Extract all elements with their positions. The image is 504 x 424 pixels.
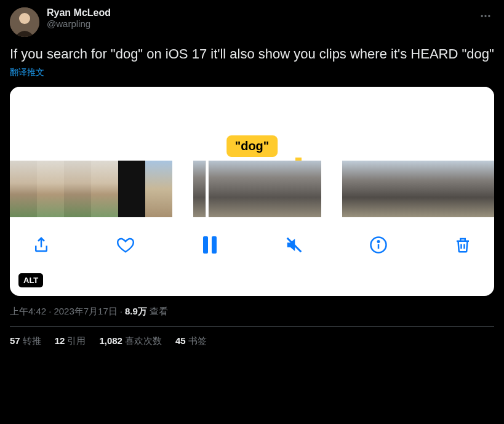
timeline-frame bbox=[289, 161, 321, 217]
user-handle[interactable]: @warpling bbox=[47, 18, 477, 29]
translate-link[interactable]: 翻译推文 bbox=[10, 67, 494, 78]
tweet-date[interactable]: 2023年7月17日 bbox=[54, 306, 117, 316]
retweets-stat[interactable]: 57转推 bbox=[10, 335, 41, 347]
avatar[interactable] bbox=[10, 7, 39, 37]
like-button[interactable] bbox=[115, 234, 136, 255]
quotes-count: 12 bbox=[55, 335, 65, 346]
svg-point-4 bbox=[488, 15, 490, 17]
timeline-frame bbox=[225, 161, 257, 217]
tweet-header: Ryan McLeod @warpling bbox=[10, 7, 494, 37]
views-label: 查看 bbox=[150, 306, 168, 316]
timeline-frame bbox=[342, 161, 370, 217]
timeline-frame bbox=[118, 161, 145, 217]
timeline-frame bbox=[427, 161, 455, 217]
pause-button[interactable] bbox=[199, 234, 220, 255]
likes-label: 喜欢次数 bbox=[125, 335, 162, 346]
timeline-frame bbox=[64, 161, 91, 217]
timeline-frame bbox=[257, 161, 289, 217]
quotes-stat[interactable]: 12引用 bbox=[55, 335, 86, 347]
media-toolbar bbox=[10, 217, 494, 270]
share-button[interactable] bbox=[31, 234, 52, 255]
more-button[interactable] bbox=[477, 7, 494, 27]
tweet-time[interactable]: 上午4:42 bbox=[10, 306, 46, 316]
bookmarks-stat[interactable]: 45书签 bbox=[175, 335, 207, 347]
display-name[interactable]: Ryan McLeod bbox=[47, 7, 477, 18]
clip-group-center bbox=[193, 161, 321, 217]
timeline-frame bbox=[455, 161, 484, 217]
user-info: Ryan McLeod @warpling bbox=[47, 7, 477, 29]
timeline-gap bbox=[172, 161, 193, 217]
tweet-stats: 57转推 12引用 1,082喜欢次数 45书签 bbox=[10, 327, 494, 347]
info-button[interactable] bbox=[368, 234, 389, 255]
clip-group-left bbox=[10, 161, 172, 217]
retweets-count: 57 bbox=[10, 335, 20, 346]
timeline-frame bbox=[399, 161, 427, 217]
pause-icon bbox=[203, 236, 217, 254]
timeline-frame bbox=[145, 161, 172, 217]
views-count: 8.9万 bbox=[125, 306, 147, 316]
video-timeline[interactable] bbox=[10, 161, 494, 217]
svg-point-8 bbox=[378, 241, 380, 242]
bookmarks-label: 书签 bbox=[188, 335, 207, 346]
bookmarks-count: 45 bbox=[175, 335, 186, 346]
search-highlight-label: "dog" bbox=[226, 135, 278, 157]
svg-point-3 bbox=[484, 15, 486, 17]
tweet-meta: 上午4:42·2023年7月17日·8.9万 查看 bbox=[10, 306, 494, 318]
media-preview-top: "dog" bbox=[10, 87, 494, 161]
media-card[interactable]: "dog" bbox=[10, 87, 494, 296]
likes-stat[interactable]: 1,082喜欢次数 bbox=[99, 335, 162, 347]
timeline-frame bbox=[91, 161, 118, 217]
clip-group-right bbox=[342, 161, 494, 217]
likes-count: 1,082 bbox=[99, 335, 122, 346]
svg-point-2 bbox=[481, 15, 483, 17]
tweet-text: If you search for "dog" on iOS 17 it'll … bbox=[10, 46, 494, 63]
mute-button[interactable] bbox=[284, 234, 305, 255]
delete-button[interactable] bbox=[452, 234, 473, 255]
timeline-frame bbox=[484, 161, 494, 217]
playhead[interactable] bbox=[206, 161, 209, 217]
timeline-frame bbox=[10, 161, 37, 217]
timeline-frame bbox=[370, 161, 399, 217]
alt-badge[interactable]: ALT bbox=[18, 273, 43, 287]
svg-point-1 bbox=[19, 13, 30, 24]
retweets-label: 转推 bbox=[23, 335, 41, 346]
tweet-container: Ryan McLeod @warpling If you search for … bbox=[0, 0, 504, 354]
timeline-frame bbox=[37, 161, 64, 217]
timeline-frame bbox=[193, 161, 225, 217]
timeline-gap bbox=[321, 161, 342, 217]
quotes-label: 引用 bbox=[67, 335, 86, 346]
